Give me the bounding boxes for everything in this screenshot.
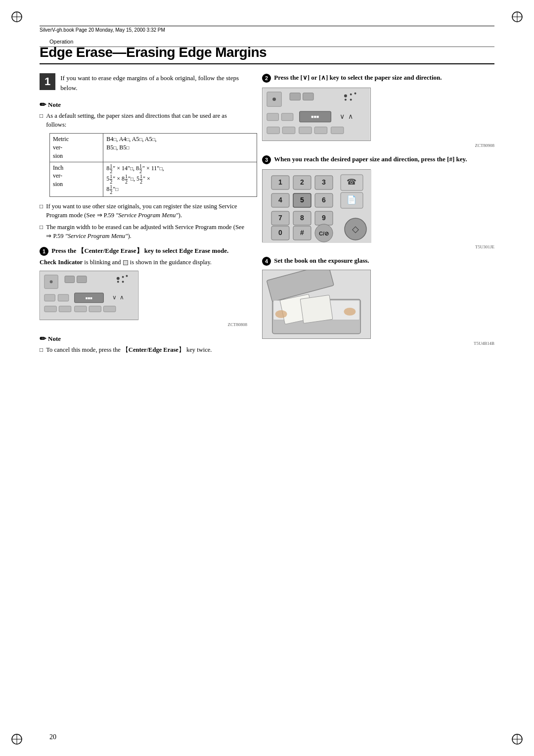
note-item-2: If you want to use other size originals,… (40, 202, 247, 220)
svg-point-42 (350, 99, 352, 101)
svg-text:4: 4 (278, 196, 282, 204)
step4-copier-svg (263, 270, 370, 339)
left-column: 1 If you want to erase edge margins of a… (40, 73, 247, 361)
svg-text:☎: ☎ (347, 178, 356, 186)
file-info-text: SilverV-gh.book Page 20 Monday, May 15, … (40, 27, 165, 33)
svg-rect-37 (303, 93, 314, 100)
note-icon-2: ✏ (40, 334, 46, 343)
step2-heading-line: 2 Press the [∨] or [∧] key to select the… (262, 73, 494, 83)
svg-point-21 (122, 281, 124, 283)
inch-label: Inchver-sion (50, 162, 103, 196)
svg-text:3: 3 (322, 178, 326, 186)
reg-mark-br (510, 732, 524, 746)
step3-image-caption: T5U301JE (262, 244, 494, 249)
reg-mark-tr (510, 10, 524, 24)
svg-text:∧: ∧ (120, 294, 124, 300)
svg-text:C/⊘: C/⊘ (319, 231, 329, 236)
step1-heading: Press the 【Center/Edge Erase】 key to sel… (51, 247, 228, 254)
svg-text:1: 1 (278, 178, 282, 186)
step4-image-caption: T5U4B14B (262, 341, 494, 346)
step-number-box: 1 (40, 73, 55, 90)
svg-point-18 (122, 276, 124, 278)
step1-heading-line: 1 Press the 【Center/Edge Erase】 key to s… (40, 246, 247, 256)
step3-keypad-svg: 1 2 3 ☎ 4 5 6 (263, 170, 371, 243)
svg-rect-36 (290, 93, 301, 100)
note-section-2: ✏ Note To cancel this mode, press the 【C… (40, 334, 247, 354)
svg-text:6: 6 (322, 196, 326, 204)
step1-inline-sq (123, 260, 128, 265)
note-item-1: As a default setting, the paper sizes an… (40, 111, 247, 129)
svg-point-19 (126, 275, 128, 277)
table-row-metric: Metricver-sion B4□, A4□, A5□, A5□,B5□, B… (50, 134, 257, 162)
svg-rect-22 (44, 294, 55, 301)
svg-text:#: # (300, 229, 304, 236)
page-area: Edge Erase—Erasing Edge Margins 1 If you… (40, 45, 494, 726)
note-title-1: ✏ Note (40, 100, 247, 109)
step4-heading-line: 4 Set the book on the exposure glass. (262, 256, 494, 266)
svg-text:◇: ◇ (352, 224, 359, 234)
metric-label: Metricver-sion (50, 134, 103, 162)
svg-rect-32 (103, 306, 116, 312)
svg-rect-23 (58, 294, 69, 301)
svg-rect-43 (267, 113, 279, 121)
metric-sizes: B4□, A4□, A5□, A5□,B5□, B5□ (103, 134, 257, 162)
step2-instruction: 2 Press the [∨] or [∧] key to select the… (262, 73, 494, 148)
step3-num: 3 (262, 155, 271, 164)
step1-body: Check Indicator is blinking and is shown… (40, 258, 247, 267)
step2-panel-svg: ■■■ ∨ ∧ (263, 88, 370, 141)
svg-point-14 (50, 281, 53, 284)
svg-rect-29 (59, 306, 71, 312)
note-section-1: ✏ Note As a default setting, the paper s… (40, 100, 247, 240)
svg-point-41 (345, 99, 347, 101)
step3-keypad-image: 1 2 3 ☎ 4 5 6 (262, 169, 371, 242)
step3-heading: When you reach the desired paper size an… (274, 155, 467, 163)
svg-rect-15 (65, 276, 75, 283)
svg-rect-16 (77, 276, 87, 283)
svg-text:■■■: ■■■ (311, 114, 319, 119)
intro-text: If you want to erase edge margins of a b… (60, 73, 247, 93)
note2-item-1: To cancel this mode, press the 【Center/E… (40, 345, 247, 354)
main-content: 1 If you want to erase edge margins of a… (40, 73, 494, 361)
svg-rect-53 (331, 127, 344, 134)
inch-sizes: 812″ × 14″□, 812″ × 11″□, 512″ × 812″□, … (103, 162, 257, 196)
reg-mark-tl (10, 10, 24, 24)
svg-rect-52 (314, 127, 327, 134)
step3-instruction: 3 When you reach the desired paper size … (262, 155, 494, 249)
note-item-text-1: As a default setting, the paper sizes an… (46, 111, 247, 129)
svg-point-20 (117, 281, 119, 283)
step2-panel-image: ■■■ ∨ ∧ (262, 88, 371, 141)
svg-rect-30 (75, 306, 87, 312)
svg-text:5: 5 (300, 196, 304, 204)
step4-instruction: 4 Set the book on the exposure glass. (262, 256, 494, 346)
svg-point-38 (344, 94, 347, 97)
svg-point-40 (355, 93, 356, 94)
step4-copier-image (262, 270, 371, 339)
svg-text:■■■: ■■■ (86, 296, 92, 300)
svg-text:9: 9 (322, 214, 326, 222)
svg-text:8: 8 (300, 214, 304, 222)
step3-heading-line: 3 When you reach the desired paper size … (262, 155, 494, 164)
svg-rect-50 (282, 127, 295, 134)
page-number: 20 (49, 733, 56, 741)
right-column: 2 Press the [∨] or [∧] key to select the… (262, 73, 494, 361)
table-row-inch: Inchver-sion 812″ × 14″□, 812″ × 11″□, 5… (50, 162, 257, 196)
note-icon-1: ✏ (40, 100, 46, 109)
svg-text:📄: 📄 (347, 195, 356, 204)
step2-heading: Press the [∨] or [∧] key to select the p… (274, 74, 442, 81)
svg-text:∧: ∧ (348, 113, 353, 120)
note-item-text-2: If you want to use other size originals,… (46, 202, 247, 220)
step1-instruction: 1 Press the 【Center/Edge Erase】 key to s… (40, 246, 247, 327)
svg-point-17 (117, 277, 120, 280)
file-info-bar: SilverV-gh.book Page 20 Monday, May 15, … (40, 26, 494, 33)
note2-item-text-1: To cancel this mode, press the 【Center/E… (46, 345, 212, 354)
svg-text:2: 2 (300, 178, 304, 186)
svg-text:0: 0 (278, 229, 282, 236)
note-label-2: Note (48, 335, 61, 343)
svg-text:∨: ∨ (112, 294, 117, 300)
step1-body-check: Check Indicator (40, 259, 83, 266)
step2-num: 2 (262, 74, 271, 83)
intro-block: 1 If you want to erase edge margins of a… (40, 73, 247, 94)
svg-point-92 (344, 308, 356, 316)
svg-point-91 (275, 310, 287, 318)
sizes-table: Metricver-sion B4□, A4□, A5□, A5□,B5□, B… (49, 133, 257, 196)
